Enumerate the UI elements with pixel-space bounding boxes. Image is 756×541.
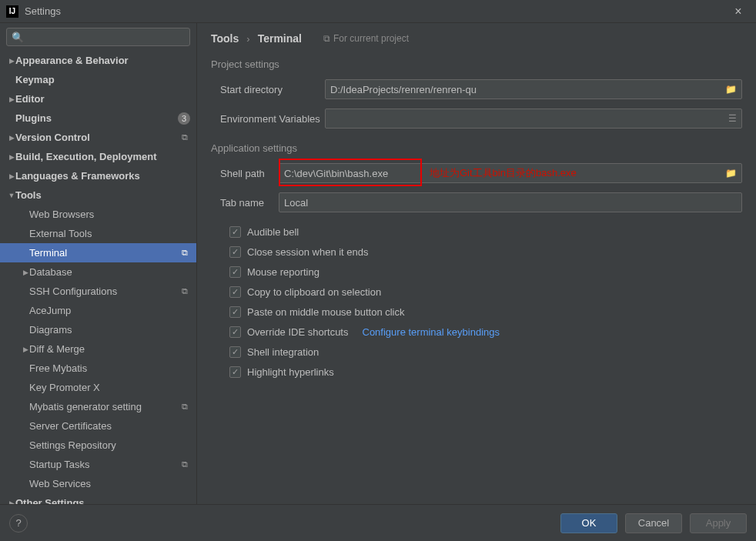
sidebar-item-web-services[interactable]: Web Services: [0, 474, 196, 493]
sidebar-item-key-promoter-x[interactable]: Key Promoter X: [0, 378, 196, 397]
sidebar-item-label: Web Services: [29, 478, 190, 489]
titlebar: IJ Settings ×: [0, 0, 756, 23]
sidebar-item-label: Database: [29, 266, 190, 278]
checkbox[interactable]: ✓: [229, 246, 241, 258]
footer: ? OK Cancel Apply: [0, 504, 756, 541]
sidebar-item-ssh-configurations[interactable]: SSH Configurations⧉: [0, 282, 196, 301]
chevron-right-icon: ›: [246, 33, 249, 45]
sidebar-item-label: Tools: [15, 189, 190, 201]
sidebar-item-label: Mybatis generator setting: [29, 401, 179, 412]
sidebar-item-editor[interactable]: ▶Editor: [0, 89, 196, 109]
sidebar-item-label: Web Browsers: [29, 209, 190, 220]
sidebar-item-label: Key Promoter X: [29, 382, 190, 393]
checkbox-row-audible-bell: ✓Audible bell: [211, 222, 742, 242]
checkbox-row-close-session-when-it-ends: ✓Close session when it ends: [211, 242, 742, 262]
chevron-right-icon[interactable]: ▶: [8, 57, 15, 65]
cancel-button[interactable]: Cancel: [625, 513, 682, 533]
checkbox-label: Close session when it ends: [247, 246, 369, 258]
list-icon[interactable]: ☰: [728, 113, 737, 124]
sidebar-item-server-certificates[interactable]: Server Certificates: [0, 416, 196, 436]
sidebar-item-label: SSH Configurations: [29, 286, 179, 297]
sidebar-item-web-browsers[interactable]: Web Browsers: [0, 205, 196, 224]
sidebar-item-label: Diff & Merge: [29, 343, 190, 355]
configure-keybindings-link[interactable]: Configure terminal keybindings: [363, 326, 500, 338]
start-directory-input[interactable]: [330, 84, 725, 95]
close-icon[interactable]: ×: [727, 5, 750, 18]
tab-name-input[interactable]: [284, 197, 737, 209]
tab-name-field[interactable]: [279, 192, 742, 212]
sidebar-item-settings-repository[interactable]: Settings Repository: [0, 436, 196, 455]
shell-path-field[interactable]: 📁: [279, 163, 742, 183]
sidebar-item-label: Other Settings: [15, 497, 190, 504]
sidebar-item-tools[interactable]: ▼Tools: [0, 185, 196, 205]
sidebar-item-startup-tasks[interactable]: Startup Tasks⧉: [0, 455, 196, 474]
sidebar-item-diff-merge[interactable]: ▶Diff & Merge: [0, 339, 196, 359]
checkbox[interactable]: ✓: [229, 226, 241, 238]
chevron-right-icon[interactable]: ▶: [8, 134, 15, 142]
chevron-right-icon[interactable]: ▶: [8, 95, 15, 103]
checkbox-row-shell-integration: ✓Shell integration: [211, 342, 742, 362]
checkbox[interactable]: ✓: [229, 366, 241, 378]
sidebar-item-acejump[interactable]: AceJump: [0, 301, 196, 320]
tab-name-label: Tab name: [211, 197, 279, 209]
search-input[interactable]: [27, 32, 185, 43]
shell-path-input[interactable]: [284, 168, 725, 179]
sidebar-item-label: Editor: [15, 93, 190, 105]
sidebar-item-external-tools[interactable]: External Tools: [0, 224, 196, 243]
sidebar-item-other-settings[interactable]: ▶Other Settings: [0, 493, 196, 504]
checkbox-row-paste-on-middle-mouse-button-click: ✓Paste on middle mouse button click: [211, 302, 742, 322]
sidebar-item-label: Startup Tasks: [29, 459, 179, 470]
checkbox-row-copy-to-clipboard-on-selection: ✓Copy to clipboard on selection: [211, 282, 742, 302]
chevron-down-icon[interactable]: ▼: [8, 192, 15, 199]
sidebar-item-plugins[interactable]: Plugins3: [0, 109, 196, 128]
checkbox[interactable]: ✓: [229, 346, 241, 358]
folder-icon[interactable]: 📁: [725, 84, 737, 95]
breadcrumb-tools[interactable]: Tools: [211, 32, 239, 45]
app-icon: IJ: [6, 5, 18, 18]
sidebar-item-label: Plugins: [15, 112, 178, 124]
sidebar-item-appearance-behavior[interactable]: ▶Appearance & Behavior: [0, 51, 196, 70]
checkbox[interactable]: ✓: [229, 306, 241, 318]
section-project-settings: Project settings: [211, 58, 742, 70]
checkbox-label: Override IDE shortcuts: [247, 326, 349, 338]
sidebar-item-label: Free Mybatis: [29, 362, 190, 374]
apply-button[interactable]: Apply: [690, 513, 747, 533]
chevron-right-icon[interactable]: ▶: [22, 269, 29, 276]
checkbox[interactable]: ✓: [229, 266, 241, 278]
help-button[interactable]: ?: [9, 514, 28, 533]
start-directory-field[interactable]: 📁: [325, 79, 742, 99]
checkbox[interactable]: ✓: [229, 286, 241, 298]
sidebar-item-free-mybatis[interactable]: Free Mybatis: [0, 359, 196, 378]
sidebar-item-keymap[interactable]: Keymap: [0, 70, 196, 89]
env-vars-input[interactable]: [330, 113, 728, 125]
search-box[interactable]: 🔍: [6, 28, 190, 46]
sidebar-item-mybatis-generator-setting[interactable]: Mybatis generator setting⧉: [0, 397, 196, 416]
sidebar-item-diagrams[interactable]: Diagrams: [0, 320, 196, 339]
chevron-right-icon[interactable]: ▶: [22, 346, 29, 353]
sidebar-item-label: External Tools: [29, 228, 190, 239]
content-panel: Tools › Terminal ⧉ For current project P…: [197, 23, 756, 504]
sidebar: 🔍 ▶Appearance & BehaviorKeymap▶EditorPlu…: [0, 23, 197, 504]
checkbox[interactable]: ✓: [229, 326, 241, 338]
ok-button[interactable]: OK: [560, 513, 617, 533]
sidebar-item-database[interactable]: ▶Database: [0, 262, 196, 282]
sidebar-item-version-control[interactable]: ▶Version Control⧉: [0, 128, 196, 147]
for-current-project: ⧉ For current project: [323, 33, 409, 44]
sidebar-item-terminal[interactable]: Terminal⧉: [0, 243, 196, 262]
sidebar-item-label: Keymap: [15, 74, 190, 85]
chevron-right-icon[interactable]: ▶: [8, 153, 15, 161]
sidebar-item-build-execution-deployment[interactable]: ▶Build, Execution, Deployment: [0, 147, 196, 166]
project-scope-icon: ⧉: [179, 402, 190, 412]
chevron-right-icon[interactable]: ▶: [8, 499, 15, 505]
checkbox-label: Highlight hyperlinks: [247, 366, 334, 378]
env-vars-field[interactable]: ☰: [325, 109, 742, 129]
sidebar-item-label: Appearance & Behavior: [15, 55, 190, 66]
settings-tree: ▶Appearance & BehaviorKeymap▶EditorPlugi…: [0, 51, 196, 504]
sidebar-item-languages-frameworks[interactable]: ▶Languages & Frameworks: [0, 166, 196, 185]
folder-icon[interactable]: 📁: [725, 168, 737, 179]
sidebar-item-label: Settings Repository: [29, 439, 190, 451]
sidebar-item-label: Terminal: [29, 247, 179, 259]
chevron-right-icon[interactable]: ▶: [8, 172, 15, 180]
checkbox-row-mouse-reporting: ✓Mouse reporting: [211, 262, 742, 282]
shell-path-label: Shell path: [211, 168, 279, 179]
